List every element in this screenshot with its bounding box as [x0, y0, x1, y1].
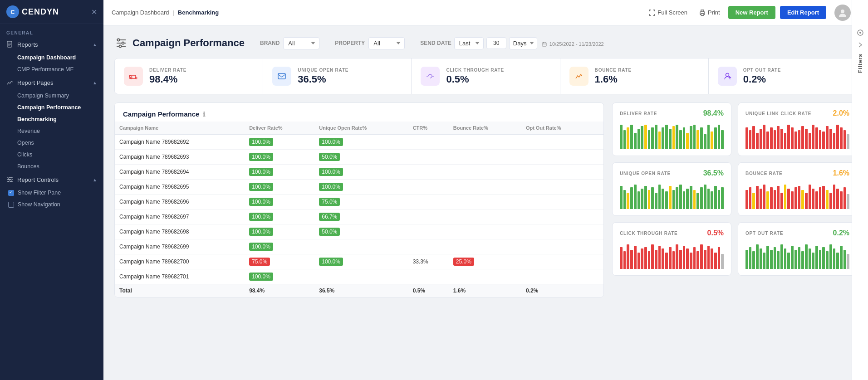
- filters-label[interactable]: Filters: [857, 54, 863, 73]
- deliver-cell: 100.0%: [249, 198, 273, 206]
- kpi-label-2: CLICK THROUGH RATE: [446, 68, 504, 73]
- bar-17: [679, 130, 682, 149]
- bar-2: [752, 126, 755, 149]
- bar-3: [756, 186, 759, 209]
- document-icon: [6, 41, 14, 48]
- arrow-right-icon[interactable]: [857, 42, 863, 48]
- sidebar-item-opens[interactable]: Opens: [0, 137, 103, 149]
- kpi-info-2: CLICK THROUGH RATE 0.5%: [446, 68, 504, 85]
- sidebar-item-revenue[interactable]: Revenue: [0, 125, 103, 137]
- bar-7: [770, 187, 773, 209]
- scroll-cell: [594, 239, 603, 254]
- svg-point-32: [859, 32, 861, 34]
- avatar[interactable]: [834, 5, 851, 21]
- sidebar-item-clicks[interactable]: Clicks: [0, 149, 103, 161]
- bar-18: [809, 185, 811, 209]
- open-cell: 100.0%: [319, 258, 343, 266]
- fullscreen-button[interactable]: Full Screen: [645, 7, 691, 18]
- property-select[interactable]: All: [368, 37, 405, 49]
- sidebar-control-show-filter-pane[interactable]: Show Filter Pane: [0, 187, 103, 199]
- bar-2: [627, 193, 629, 209]
- deliver-cell: 100.0%: [249, 183, 273, 191]
- bar-28: [843, 250, 846, 269]
- kpi-info-4: OPT OUT RATE 0.2%: [743, 68, 781, 85]
- breadcrumb-benchmarking[interactable]: Benchmarking: [178, 9, 219, 16]
- bar-13: [791, 127, 794, 149]
- sidebar-item-benchmarking[interactable]: Benchmarking: [0, 113, 103, 125]
- breadcrumb-separator: |: [172, 9, 174, 16]
- total-label: Total: [115, 284, 245, 297]
- deliver-rate-cell: 100.0%: [245, 180, 314, 195]
- deliver-cell: 100.0%: [249, 243, 273, 251]
- col-scroll: [594, 122, 603, 135]
- bar-13: [791, 246, 794, 269]
- bar-chart-2: [620, 182, 724, 209]
- open-rate-cell: 100.0%: [314, 254, 408, 269]
- close-icon[interactable]: ✕: [91, 8, 97, 16]
- opt-out-cell: [521, 239, 594, 254]
- logo-text: CENDYN: [22, 7, 59, 17]
- campaign-name-cell: Campaign Name 789682693: [115, 150, 245, 165]
- table-row: Campaign Name 789682697 100.0% 66.7%: [115, 209, 603, 224]
- col-campaign-name: Campaign Name: [115, 122, 245, 135]
- bar-27: [714, 253, 717, 269]
- property-label: PROPERTY: [335, 40, 365, 46]
- bar-4: [760, 189, 762, 209]
- bar-25: [833, 248, 836, 269]
- sidebar-item-campaign-performance[interactable]: Campaign Performance: [0, 102, 103, 113]
- chart-card-0: DELIVER RATE 98.4%: [612, 102, 731, 156]
- deliver-rate-cell: 100.0%: [245, 209, 314, 224]
- sidebar-report-pages-group[interactable]: Report Pages ▲: [0, 75, 103, 90]
- new-report-button[interactable]: New Report: [728, 6, 775, 19]
- bar-17: [679, 250, 682, 269]
- sidebar-item-campaign-summary[interactable]: Campaign Summary: [0, 90, 103, 102]
- sidebar-item-bounces[interactable]: Bounces: [0, 161, 103, 172]
- kpi-card-1: UNIQUE OPEN RATE 36.5%: [263, 58, 412, 94]
- send-date-unit-select[interactable]: Days: [509, 37, 537, 49]
- deliver-rate-cell: 100.0%: [245, 135, 314, 150]
- table-row: Campaign Name 789682700 75.0% 100.0% 33.…: [115, 254, 603, 269]
- bar-15: [672, 126, 675, 149]
- campaign-name-cell: Campaign Name 789682701: [115, 269, 245, 284]
- edit-report-button[interactable]: Edit Report: [780, 6, 826, 19]
- table-title: Campaign Performance: [123, 110, 199, 118]
- bar-5: [638, 129, 640, 149]
- sidebar-report-controls-group[interactable]: Report Controls ▲: [0, 172, 103, 187]
- open-cell: 100.0%: [319, 138, 343, 146]
- bar-25: [833, 185, 836, 209]
- open-cell: 50.0%: [319, 228, 340, 236]
- sidebar-item-cmp-performance[interactable]: CMP Performance MF: [0, 63, 103, 75]
- bounce-cell: 25.0%: [453, 258, 474, 266]
- bar-9: [651, 244, 654, 269]
- open-cell: 50.0%: [319, 153, 340, 161]
- sidebar-item-campaign-dashboard[interactable]: Campaign Dashboard: [0, 52, 103, 63]
- bar-8: [648, 190, 651, 209]
- show-navigation-checkbox[interactable]: [8, 202, 14, 208]
- bar-26: [711, 191, 713, 209]
- chart-label-4: CLICK THROUGH RATE: [620, 231, 678, 236]
- brand-select[interactable]: All: [283, 37, 319, 49]
- bar-27: [840, 127, 843, 149]
- bar-10: [655, 125, 657, 149]
- print-button[interactable]: Print: [696, 7, 724, 18]
- show-filter-pane-checkbox[interactable]: [8, 190, 14, 196]
- kpi-card-2: CLICK THROUGH RATE 0.5%: [412, 58, 560, 94]
- sliders-icon: [114, 36, 128, 50]
- open-cell: 100.0%: [319, 168, 343, 176]
- sidebar-control-show-navigation[interactable]: Show Navigation: [0, 199, 103, 210]
- ctr-cell-wrap: [408, 150, 449, 165]
- campaign-name-cell: Campaign Name 789682699: [115, 239, 245, 254]
- refresh-icon[interactable]: [857, 29, 864, 36]
- send-date-preset-select[interactable]: Last: [454, 37, 484, 49]
- sidebar-reports-group[interactable]: Reports ▲: [0, 37, 103, 52]
- open-rate-cell: 50.0%: [314, 224, 408, 239]
- bar-21: [819, 250, 822, 269]
- kpi-card-3: BOUNCE RATE 1.6%: [560, 58, 709, 94]
- breadcrumb-dashboard[interactable]: Campaign Dashboard: [112, 9, 169, 16]
- send-date-num-input[interactable]: [486, 37, 506, 49]
- total-opt: 0.2%: [521, 284, 594, 297]
- info-icon[interactable]: ℹ: [203, 111, 205, 118]
- campaign-name-cell: Campaign Name 789682697: [115, 209, 245, 224]
- bar-18: [683, 246, 686, 269]
- bounce-rate-cell: [449, 180, 521, 195]
